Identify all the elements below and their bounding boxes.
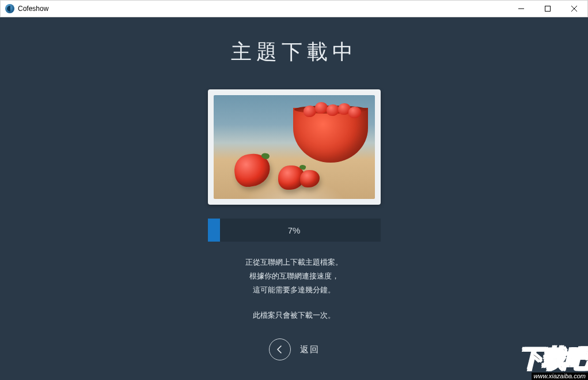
back-label: 返回 bbox=[300, 344, 320, 355]
close-button[interactable] bbox=[561, 1, 587, 17]
back-button[interactable]: 返回 bbox=[269, 338, 320, 360]
theme-preview-card bbox=[208, 89, 381, 205]
titlebar-left: Cofeshow bbox=[5, 4, 48, 13]
progress-fill bbox=[208, 219, 220, 242]
status-line-4: 此檔案只會被下載一次。 bbox=[245, 308, 343, 322]
page-heading: 主題下載中 bbox=[231, 38, 358, 66]
back-arrow-icon bbox=[269, 338, 291, 360]
theme-preview-image bbox=[214, 95, 375, 199]
watermark-url: www.xiazaiba.com bbox=[532, 373, 588, 380]
maximize-button[interactable] bbox=[534, 1, 561, 17]
status-line-1: 正從互聯網上下載主題檔案。 bbox=[245, 255, 343, 269]
progress-text: 7% bbox=[288, 225, 301, 235]
svg-rect-1 bbox=[545, 6, 551, 12]
content-area: 主題下載中 7% 正從互聯網上下載主題檔案。 根據你的互聯網連接速度， 這可能需… bbox=[0, 17, 588, 380]
status-text: 正從互聯網上下載主題檔案。 根據你的互聯網連接速度， 這可能需要多達幾分鐘。 此… bbox=[245, 255, 343, 322]
app-icon bbox=[5, 4, 14, 13]
app-title: Cofeshow bbox=[18, 5, 48, 13]
minimize-button[interactable] bbox=[508, 1, 534, 17]
progress-bar: 7% bbox=[208, 219, 381, 242]
titlebar: Cofeshow bbox=[0, 0, 588, 17]
watermark-text: 下载吧 bbox=[519, 347, 588, 371]
watermark: 下载吧 www.xiazaiba.com bbox=[519, 347, 588, 380]
status-line-3: 這可能需要多達幾分鐘。 bbox=[245, 283, 343, 297]
status-line-2: 根據你的互聯網連接速度， bbox=[245, 269, 343, 283]
window-controls bbox=[508, 1, 587, 17]
